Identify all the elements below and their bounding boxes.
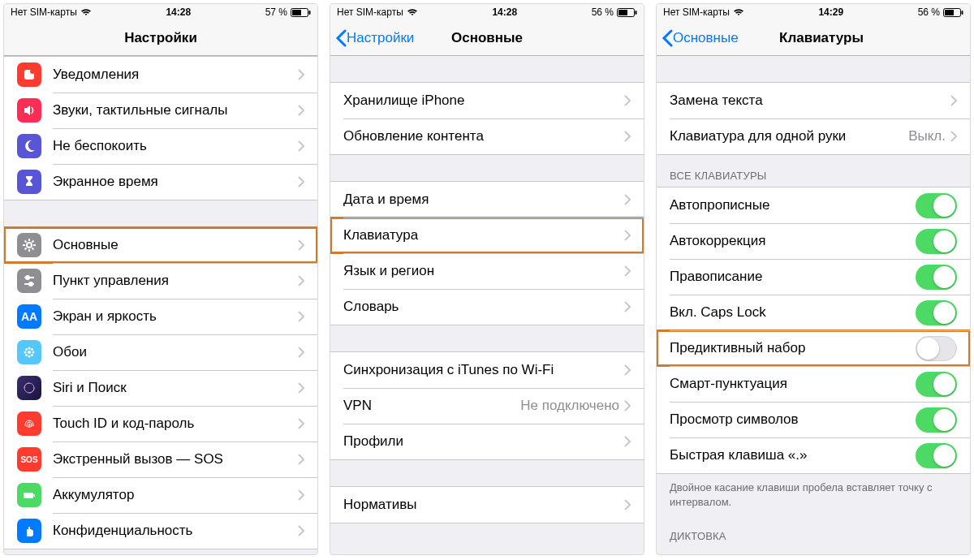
chevron-icon	[624, 301, 631, 312]
svg-point-11	[28, 347, 31, 350]
toggle-charpreview[interactable]	[916, 407, 957, 433]
clock-label: 14:29	[818, 6, 843, 18]
toggle-capslock[interactable]	[916, 300, 957, 325]
row-touchid[interactable]: Touch ID и код-пароль	[4, 406, 317, 442]
row-screentime[interactable]: Экранное время	[4, 164, 317, 200]
row-datetime[interactable]: Дата и время	[330, 182, 644, 218]
chevron-icon	[298, 239, 304, 251]
moon-icon	[17, 134, 41, 158]
row-storage[interactable]: Хранилище iPhone	[330, 83, 644, 118]
chevron-icon	[298, 105, 304, 116]
group-footer: Двойное касание клавиши пробела вставляе…	[657, 474, 970, 515]
wifi-icon	[733, 8, 744, 16]
row-autocaps[interactable]: Автопрописные	[657, 187, 970, 223]
row-regulatory[interactable]: Нормативы	[330, 487, 644, 523]
row-label: Клавиатура для одной руки	[670, 128, 908, 144]
row-spellcheck[interactable]: Правописание	[657, 259, 970, 295]
chevron-icon	[298, 176, 304, 187]
row-autocorrect[interactable]: Автокоррекция	[657, 223, 970, 259]
chevron-icon	[298, 489, 304, 501]
row-predictive[interactable]: Предиктивный набор	[657, 330, 970, 366]
row-wallpaper[interactable]: Обои	[4, 334, 317, 370]
row-label: Siri и Поиск	[53, 380, 298, 396]
row-smartpunct[interactable]: Смарт-пунктуация	[657, 366, 970, 402]
svg-point-4	[30, 69, 35, 74]
toggle-autocaps[interactable]	[916, 193, 957, 218]
row-label: Смарт-пунктуация	[670, 376, 916, 392]
row-sos[interactable]: SOS Экстренный вызов — SOS	[4, 442, 317, 477]
svg-rect-28	[961, 11, 963, 15]
row-privacy[interactable]: Конфиденциальность	[4, 513, 317, 549]
row-label: Пункт управления	[53, 273, 298, 289]
toggle-smartpunct[interactable]	[916, 372, 957, 397]
svg-rect-2	[308, 11, 310, 15]
back-button[interactable]: Настройки	[335, 29, 414, 47]
row-label: Дата и время	[343, 192, 624, 208]
chevron-icon	[298, 275, 304, 286]
row-label: Синхронизация с iTunes по Wi-Fi	[343, 362, 624, 378]
row-profiles[interactable]: Профили	[330, 424, 644, 459]
keyboards-list[interactable]: Замена текста Клавиатура для одной руки …	[657, 56, 970, 554]
row-label: Нормативы	[343, 497, 624, 513]
row-control-center[interactable]: Пункт управления	[4, 263, 317, 299]
carrier-label: Нет SIM-карты	[337, 6, 403, 18]
back-button[interactable]: Основные	[662, 29, 739, 47]
row-label: Язык и регион	[343, 263, 624, 279]
toggle-autocorrect[interactable]	[916, 229, 957, 254]
row-label: Автокоррекция	[670, 233, 916, 249]
row-label: Touch ID и код-пароль	[53, 416, 298, 432]
row-keyboard[interactable]: Клавиатура	[330, 218, 644, 253]
nav-bar: Настройки Основные	[330, 20, 644, 56]
settings-list[interactable]: Уведомления Звуки, тактильные сигналы Не…	[4, 56, 317, 554]
row-label: Замена текста	[670, 93, 950, 109]
toggle-spellcheck[interactable]	[916, 265, 957, 290]
chevron-icon	[624, 400, 631, 411]
row-label: Предиктивный набор	[670, 340, 916, 356]
row-dot-shortcut[interactable]: Быстрая клавиша «.»	[657, 437, 970, 473]
row-general[interactable]: Основные	[4, 227, 317, 263]
general-list[interactable]: Хранилище iPhone Обновление контента Дат…	[330, 56, 644, 554]
row-dnd[interactable]: Не беспокоить	[4, 128, 317, 164]
chevron-icon	[298, 311, 304, 322]
row-label: Профили	[343, 433, 624, 450]
svg-point-14	[32, 351, 35, 354]
battery-percent: 56 %	[918, 6, 940, 18]
row-label: Экранное время	[53, 174, 298, 190]
svg-point-5	[27, 243, 32, 248]
svg-point-10	[28, 351, 31, 354]
row-background-refresh[interactable]: Обновление контента	[330, 118, 644, 154]
row-label: Клавиатура	[343, 227, 624, 243]
row-capslock[interactable]: Вкл. Caps Lock	[657, 295, 970, 330]
gear-icon	[17, 233, 41, 257]
row-label: Правописание	[670, 269, 916, 285]
row-itunes-wifi[interactable]: Синхронизация с iTunes по Wi-Fi	[330, 352, 644, 388]
chevron-icon	[624, 194, 631, 205]
row-siri[interactable]: Siri и Поиск	[4, 370, 317, 406]
chevron-icon	[298, 418, 304, 429]
row-battery[interactable]: Аккумулятор	[4, 477, 317, 513]
row-text-replacement[interactable]: Замена текста	[657, 83, 970, 118]
row-label: Аккумулятор	[53, 487, 298, 503]
status-bar: Нет SIM-карты 14:29 56 %	[657, 4, 970, 20]
row-label: Вкл. Caps Lock	[670, 304, 916, 321]
carrier-label: Нет SIM-карты	[663, 6, 730, 18]
row-label: VPN	[343, 398, 520, 414]
row-charpreview[interactable]: Просмотр символов	[657, 402, 970, 437]
row-vpn[interactable]: VPN Не подключено	[330, 388, 644, 424]
back-label: Настройки	[347, 30, 414, 46]
row-label: Конфиденциальность	[53, 523, 298, 539]
row-label: Не беспокоить	[53, 138, 298, 154]
toggle-predictive[interactable]	[916, 336, 957, 361]
row-sounds[interactable]: Звуки, тактильные сигналы	[4, 93, 317, 128]
row-one-handed[interactable]: Клавиатура для одной руки Выкл.	[657, 118, 970, 154]
row-dictionary[interactable]: Словарь	[330, 289, 644, 325]
battery-icon	[291, 8, 311, 17]
row-display[interactable]: AA Экран и яркость	[4, 299, 317, 334]
toggle-dot-shortcut[interactable]	[916, 443, 957, 468]
row-notifications[interactable]: Уведомления	[4, 57, 317, 93]
row-label: Обновление контента	[343, 128, 624, 144]
row-language[interactable]: Язык и регион	[330, 253, 644, 289]
svg-point-7	[26, 276, 29, 279]
nav-bar: Основные Клавиатуры	[657, 20, 970, 56]
svg-point-16	[31, 354, 33, 356]
